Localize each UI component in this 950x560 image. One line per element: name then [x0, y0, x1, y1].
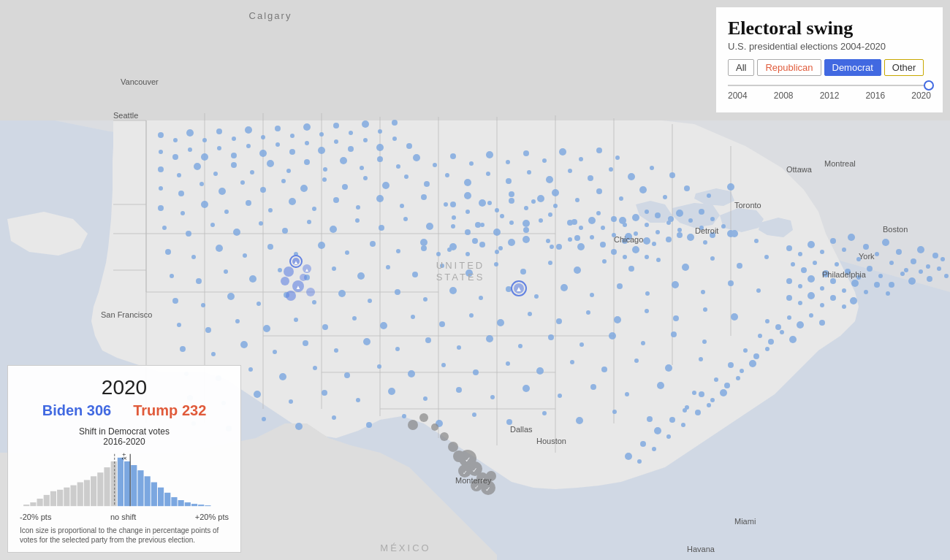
svg-point-223 — [596, 147, 602, 153]
svg-point-262 — [400, 204, 404, 208]
svg-point-423 — [699, 357, 703, 361]
svg-point-122 — [677, 228, 682, 232]
svg-point-51 — [908, 277, 916, 285]
svg-point-388 — [731, 313, 738, 321]
filter-other-button[interactable]: Other — [884, 59, 924, 76]
svg-point-80 — [768, 339, 774, 345]
svg-point-169 — [232, 137, 236, 141]
svg-point-255 — [246, 200, 251, 206]
svg-point-203 — [231, 162, 237, 168]
svg-point-378 — [439, 321, 445, 327]
svg-point-79 — [758, 334, 762, 338]
svg-point-315 — [550, 245, 554, 249]
svg-point-54 — [937, 266, 941, 271]
legend-results: Biden 306 Trump 232 — [20, 402, 229, 419]
svg-text:STATES: STATES — [436, 272, 485, 283]
svg-point-361 — [560, 284, 568, 291]
svg-point-340 — [602, 259, 607, 264]
timeline-thumb[interactable] — [924, 80, 934, 91]
svg-point-306 — [318, 242, 325, 249]
svg-point-426 — [254, 391, 261, 398]
svg-point-319 — [652, 242, 656, 246]
svg-point-265 — [464, 192, 471, 199]
svg-point-285 — [330, 226, 337, 233]
histogram: x̄+1.7 pts — [20, 453, 229, 511]
svg-point-237 — [404, 174, 408, 179]
svg-point-358 — [479, 296, 483, 300]
svg-point-445 — [366, 422, 372, 428]
svg-point-370 — [205, 327, 211, 333]
svg-point-468 — [306, 288, 315, 296]
svg-point-276 — [707, 193, 711, 198]
svg-point-177 — [349, 131, 353, 135]
svg-text:Monterrey: Monterrey — [455, 476, 492, 485]
svg-point-56 — [786, 278, 792, 284]
svg-point-226 — [178, 191, 184, 196]
svg-point-324 — [170, 274, 174, 278]
svg-point-357 — [449, 287, 457, 294]
svg-text:x̄+1.7 pts: x̄+1.7 pts — [121, 453, 128, 460]
svg-text:✓: ✓ — [465, 456, 471, 464]
svg-point-443 — [295, 423, 303, 430]
svg-text:Boston: Boston — [883, 225, 908, 234]
svg-rect-524 — [124, 461, 130, 506]
svg-point-247 — [609, 167, 613, 172]
svg-point-198 — [406, 143, 412, 149]
svg-point-239 — [445, 173, 449, 177]
filter-buttons: All Republican Democrat Other — [728, 59, 931, 76]
svg-point-50 — [900, 272, 905, 276]
svg-text:Philadelphia: Philadelphia — [822, 270, 867, 279]
svg-point-60 — [830, 278, 836, 284]
svg-point-186 — [231, 153, 237, 158]
svg-point-235 — [363, 176, 368, 180]
svg-point-253 — [201, 201, 208, 208]
svg-point-133 — [623, 255, 627, 259]
svg-point-202 — [213, 172, 218, 176]
filter-republican-button[interactable]: Republican — [757, 59, 821, 76]
svg-point-300 — [165, 249, 171, 255]
timeline-slider[interactable]: 2004 2008 2012 2016 2020 — [728, 85, 931, 101]
svg-point-210 — [360, 166, 364, 170]
svg-point-373 — [294, 318, 298, 322]
svg-point-240 — [464, 179, 471, 186]
svg-point-341 — [628, 266, 634, 272]
filter-all-button[interactable]: All — [728, 59, 754, 76]
filter-democrat-button[interactable]: Democrat — [824, 59, 881, 76]
svg-point-195 — [363, 138, 368, 142]
timeline-track[interactable] — [728, 85, 931, 86]
svg-point-176 — [333, 123, 339, 129]
svg-point-100 — [654, 427, 661, 434]
svg-point-58 — [808, 275, 815, 283]
svg-point-160 — [466, 252, 470, 256]
svg-point-234 — [342, 184, 348, 190]
axis-right: +20% pts — [195, 513, 229, 521]
svg-point-114 — [699, 209, 704, 215]
svg-rect-533 — [185, 502, 191, 506]
svg-point-66 — [786, 295, 792, 301]
svg-text:York: York — [859, 252, 875, 261]
svg-text:▲: ▲ — [293, 259, 299, 266]
year-2016: 2016 — [865, 91, 885, 101]
info-panel: Electoral swing U.S. presidential electi… — [716, 7, 943, 112]
svg-point-399 — [486, 335, 493, 342]
svg-text:San Francisco: San Francisco — [101, 310, 152, 319]
svg-point-444 — [332, 415, 336, 420]
svg-point-153 — [493, 229, 501, 236]
svg-text:Toronto: Toronto — [734, 201, 761, 210]
svg-point-112 — [676, 210, 683, 217]
svg-point-41 — [801, 267, 807, 273]
svg-point-298 — [645, 210, 649, 214]
svg-point-333 — [412, 272, 418, 277]
svg-point-108 — [632, 214, 639, 221]
svg-point-326 — [224, 269, 228, 274]
svg-rect-527 — [145, 476, 151, 506]
svg-point-454 — [683, 408, 687, 413]
svg-point-283 — [282, 228, 288, 234]
svg-rect-529 — [158, 488, 164, 507]
svg-point-36 — [917, 246, 924, 253]
svg-point-437 — [625, 392, 629, 396]
svg-point-187 — [246, 144, 251, 148]
svg-point-275 — [684, 185, 690, 191]
svg-point-272 — [619, 196, 623, 201]
svg-point-282 — [259, 221, 263, 226]
